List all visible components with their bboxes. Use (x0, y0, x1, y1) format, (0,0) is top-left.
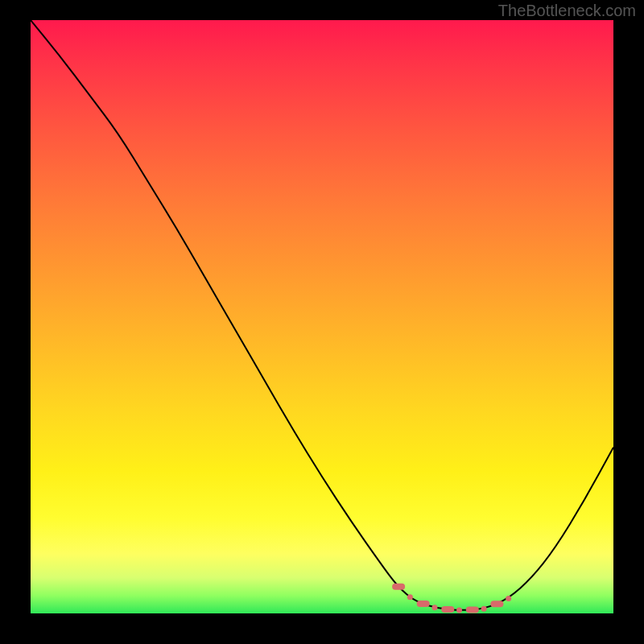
svg-rect-6 (466, 606, 479, 613)
svg-rect-4 (441, 606, 454, 613)
svg-rect-8 (490, 601, 503, 607)
svg-point-1 (407, 594, 413, 600)
svg-rect-0 (392, 584, 405, 590)
svg-rect-2 (417, 601, 430, 607)
bottleneck-curve-svg (31, 20, 613, 613)
marker-group (392, 584, 511, 613)
curve-path (31, 20, 613, 610)
watermark-text: TheBottleneck.com (498, 2, 636, 20)
svg-point-7 (481, 606, 487, 612)
svg-point-3 (431, 605, 437, 610)
svg-point-9 (506, 596, 511, 601)
chart-plot-area (31, 20, 613, 613)
svg-point-5 (456, 608, 462, 613)
